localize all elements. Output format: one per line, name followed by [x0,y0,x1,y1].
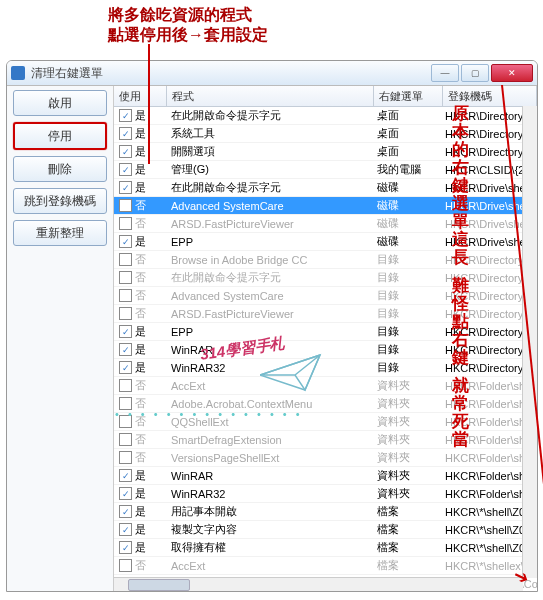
checkbox[interactable]: ✓ [119,523,132,536]
app-icon [11,66,25,80]
cell-menu: 資料夾 [372,377,440,394]
cell-program: 系統工具 [166,125,372,142]
checkbox[interactable] [119,217,132,230]
cell-program: VersionsPageShellExt [166,451,372,465]
cell-program: ARSD.FastPictureViewer [166,217,372,231]
table-row[interactable]: ✓是WinRAR資料夾HKCR\Folder\shellex\Co [114,467,537,485]
table-row[interactable]: 否Advanced SystemCare磁碟HKCR\Drive\shellex… [114,197,537,215]
table-row[interactable]: ✓是取得擁有權檔案HKCR\*\shell\Z003AAL [114,539,537,557]
table-row[interactable]: 否ARSD.FastPictureViewer磁碟HKCR\Drive\shel… [114,215,537,233]
cell-program: EPP [166,235,372,249]
minimize-button[interactable]: — [431,64,459,82]
col-use[interactable]: 使用 [114,86,167,106]
cell-menu: 目錄 [372,359,440,376]
table-row[interactable]: 否SmartDefragExtension資料夾HKCR\Folder\shel… [114,431,537,449]
checkbox[interactable]: ✓ [119,343,132,356]
table-row[interactable]: ✓是EPP目錄HKCR\Directory\shellex [114,323,537,341]
enable-button[interactable]: 啟用 [13,90,107,116]
col-menu[interactable]: 右鍵選單 [374,86,443,106]
checkbox[interactable]: ✓ [119,163,132,176]
checkbox[interactable] [119,199,132,212]
checkbox[interactable]: ✓ [119,325,132,338]
scrollbar-horizontal[interactable] [114,577,523,592]
cell-program: 開關選項 [166,143,372,160]
checkbox[interactable]: ✓ [119,145,132,158]
cell-menu: 資料夾 [372,467,440,484]
table-row[interactable]: ✓是複製文字內容檔案HKCR\*\shell\Z002AAS [114,521,537,539]
table-row[interactable]: ✓是開關選項桌面HKCR\Directory\Backgr [114,143,537,161]
checkbox[interactable]: ✓ [119,541,132,554]
cell-menu: 目錄 [372,341,440,358]
svg-marker-1 [260,355,320,390]
cell-menu: 檔案 [372,557,440,574]
cell-program: 取得擁有權 [166,539,372,556]
cell-program: WinRAR32 [166,487,372,501]
table-row[interactable]: ✓是WinRAR32資料夾HKCR\Folder\shellex\Co [114,485,537,503]
cell-program: 管理(G) [166,161,372,178]
trail-dots: • • • • • • • • • • • • • • • [115,408,303,420]
table-row[interactable]: ✓是EPP磁碟HKCR\Drive\shellex\Co [114,233,537,251]
cell-program: SmartDefragExtension [166,433,372,447]
cell-program: 在此開啟命令提示字元 [166,269,372,286]
cell-program: AccExt [166,559,372,573]
disable-button[interactable]: 停用 [13,122,107,150]
table-row[interactable]: 否VersionsPageShellExt資料夾HKCR\Folder\shel… [114,449,537,467]
cell-menu: 磁碟 [372,233,440,250]
grid-header[interactable]: 使用 程式 右鍵選單 登錄機碼 [114,86,537,107]
cell-program: Browse in Adobe Bridge CC [166,253,372,267]
col-registry[interactable]: 登錄機碼 [443,86,537,106]
cell-menu: 資料夾 [372,485,440,502]
maximize-button[interactable]: ▢ [461,64,489,82]
checkbox[interactable] [119,379,132,392]
checkbox[interactable] [119,433,132,446]
checkbox[interactable] [119,307,132,320]
table-row[interactable]: 否ARSD.FastPictureViewer目錄HKCR\Directory\… [114,305,537,323]
cell-menu: 磁碟 [372,179,440,196]
checkbox[interactable]: ✓ [119,127,132,140]
table-row[interactable]: 否Advanced SystemCare目錄HKCR\Directory\she… [114,287,537,305]
checkbox[interactable]: ✓ [119,487,132,500]
delete-button[interactable]: 刪除 [13,156,107,182]
checkbox[interactable] [119,289,132,302]
refresh-button[interactable]: 重新整理 [13,220,107,246]
table-row[interactable]: ✓是管理(G)我的電腦HKCR\CLSID\{20D04FE [114,161,537,179]
checkbox[interactable]: ✓ [119,469,132,482]
sidebar: 啟用 停用 刪除 跳到登錄機碼 重新整理 [7,86,114,592]
jump-registry-button[interactable]: 跳到登錄機碼 [13,188,107,214]
checkbox[interactable]: ✓ [119,181,132,194]
scroll-thumb[interactable] [128,579,190,591]
checkbox[interactable] [119,451,132,464]
annotation-top: 將多餘吃資源的程式 點選停用後→套用設定 [108,5,268,45]
cell-menu: 目錄 [372,251,440,268]
checkbox[interactable] [119,559,132,572]
checkbox[interactable] [119,271,132,284]
cell-program: 在此開啟命令提示字元 [166,179,372,196]
cell-program: 複製文字內容 [166,521,372,538]
checkbox[interactable] [119,253,132,266]
cell-menu: 磁碟 [372,197,440,214]
table-row[interactable]: ✓是系統工具桌面HKCR\Directory\Backgr [114,125,537,143]
titlebar[interactable]: 清理右鍵選單 — ▢ ✕ [7,61,537,86]
checkbox[interactable]: ✓ [119,235,132,248]
cell-menu: 檔案 [372,503,440,520]
cell-menu: 桌面 [372,107,440,124]
col-program[interactable]: 程式 [167,86,374,106]
close-button[interactable]: ✕ [491,64,533,82]
checkbox[interactable]: ✓ [119,109,132,122]
table-row[interactable]: ✓是在此開啟命令提示字元磁碟HKCR\Drive\shell\Z001A [114,179,537,197]
annotation-line [148,44,150,164]
cell-program: ARSD.FastPictureViewer [166,307,372,321]
cell-menu: 我的電腦 [372,161,440,178]
checkbox[interactable]: ✓ [119,361,132,374]
cell-menu: 目錄 [372,323,440,340]
cell-program: 在此開啟命令提示字元 [166,107,372,124]
table-row[interactable]: ✓是用記事本開啟檔案HKCR\*\shell\Z001AAR [114,503,537,521]
checkbox[interactable]: ✓ [119,505,132,518]
table-row[interactable]: 否在此開啟命令提示字元目錄HKCR\Directory\shell\Z [114,269,537,287]
cell-program: Advanced SystemCare [166,289,372,303]
annotation-vertical: 原本的右鍵選單這長難怪點右鍵就常死當 [449,105,471,449]
table-row[interactable]: ✓是在此開啟命令提示字元桌面HKCR\Directory\Backgr [114,107,537,125]
table-row[interactable]: 否Browse in Adobe Bridge CC目錄HKCR\Directo… [114,251,537,269]
table-row[interactable]: 否AccExt檔案HKCR\*\shellex\Contex [114,557,537,575]
cell-program: 用記事本開啟 [166,503,372,520]
